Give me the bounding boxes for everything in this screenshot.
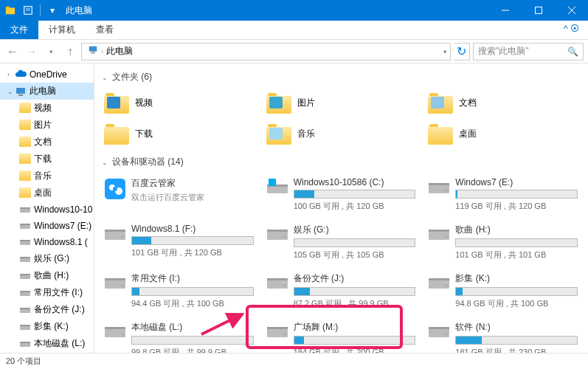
sidebar-item[interactable]: ⌄此电脑 [0, 83, 94, 100]
drive-icon [267, 274, 288, 290]
folder-icon [104, 92, 129, 114]
drive-item[interactable]: 软件 (N:)181 GB 可用 , 共 230 GB [426, 318, 581, 353]
tree-label: 图片 [34, 119, 52, 131]
folder-name: 下载 [135, 128, 153, 140]
navigation-sidebar[interactable]: ›OneDrive⌄此电脑视频图片文档下载音乐桌面Windows10-10Win… [0, 63, 94, 353]
search-placeholder: 搜索"此电脑" [478, 45, 529, 58]
drive-usage-bar [294, 287, 416, 296]
svg-rect-43 [269, 179, 276, 186]
ribbon-help-icon[interactable]: ^ ⦿ [555, 21, 588, 39]
folder-name: 视频 [135, 97, 153, 109]
folder-item[interactable]: 视频 [102, 89, 257, 116]
addressbar-dropdown-icon[interactable]: ▾ [443, 48, 447, 55]
sidebar-item[interactable]: Windows8.1 ( [0, 234, 94, 250]
folder-item[interactable]: 桌面 [426, 120, 581, 147]
sidebar-item[interactable]: 影集 (K:) [0, 318, 94, 335]
svg-rect-10 [91, 52, 94, 54]
pc-icon [88, 45, 98, 58]
folder-item[interactable]: 音乐 [264, 120, 419, 147]
address-bar: ← → ▾ ↑ › 此电脑 ▾ ↻ 搜索"此电脑" 🔍 [0, 40, 588, 63]
svg-point-70 [284, 334, 286, 335]
folders-section-header[interactable]: ⌄ 文件夹 (6) [102, 71, 581, 83]
sidebar-item[interactable]: 常用文件 (I:) [0, 284, 94, 301]
drive-item[interactable]: Windows10-10586 (C:)100 GB 可用 , 共 120 GB [264, 174, 419, 215]
drive-usage-bar [131, 236, 254, 245]
properties-icon[interactable] [22, 4, 34, 16]
content-pane[interactable]: ⌄ 文件夹 (6) 视频图片文档下载音乐桌面 ⌄ 设备和驱动器 (14) 百度云… [94, 63, 588, 353]
sidebar-item[interactable]: 娱乐 (G:) [0, 250, 94, 267]
chevron-down-icon: ⌄ [102, 74, 108, 81]
drive-info: 99.8 GB 可用 , 共 99.9 GB [131, 347, 254, 353]
drive-item[interactable]: Windows8.1 (F:)101 GB 可用 , 共 120 GB [102, 221, 257, 263]
drive-item[interactable]: 娱乐 (G:)105 GB 可用 , 共 105 GB [264, 221, 419, 263]
refresh-button[interactable]: ↻ [454, 43, 470, 61]
svg-rect-30 [20, 342, 30, 343]
search-input[interactable]: 搜索"此电脑" 🔍 [473, 43, 584, 61]
sidebar-item[interactable]: 下载 [0, 151, 94, 168]
qat-dropdown-icon[interactable]: ▾ [46, 4, 58, 16]
titlebar: ▾ 此电脑 [0, 0, 588, 21]
drive-item[interactable]: 百度云管家双击运行百度云管家 [102, 174, 257, 215]
tree-label: Windows8.1 ( [34, 237, 88, 247]
close-button[interactable] [555, 0, 588, 21]
sidebar-item[interactable]: 本地磁盘 (L:) [0, 335, 94, 352]
crumb[interactable]: 此电脑 [103, 45, 136, 58]
drive-icon [19, 220, 31, 232]
breadcrumb-bar[interactable]: › 此电脑 ▾ [81, 43, 451, 61]
sidebar-item[interactable]: 音乐 [0, 168, 94, 184]
drive-item[interactable]: 歌曲 (H:)101 GB 可用 , 共 101 GB [426, 221, 581, 263]
sidebar-item[interactable]: 桌面 [0, 184, 94, 201]
nav-up-button[interactable]: ↑ [62, 44, 78, 60]
tree-label: 娱乐 (G:) [34, 252, 69, 265]
drive-icon [19, 204, 31, 215]
drive-info: 105 GB 可用 , 共 105 GB [294, 249, 416, 261]
svg-rect-28 [20, 325, 30, 326]
sidebar-item[interactable]: ›OneDrive [0, 66, 94, 83]
folder-name: 图片 [297, 97, 315, 109]
sidebar-item[interactable]: Windows7 (E:) [0, 218, 94, 234]
svg-rect-69 [267, 327, 288, 329]
folder-icon [19, 154, 31, 165]
svg-point-40 [113, 187, 117, 191]
drive-usage-bar [294, 238, 416, 247]
drive-icon [105, 179, 125, 195]
sidebar-item[interactable]: 备份文件 (J:) [0, 301, 94, 318]
minimize-button[interactable] [488, 0, 522, 21]
sidebar-item[interactable]: 视频 [0, 100, 94, 117]
drive-name: Windows10-10586 (C:) [294, 177, 416, 187]
folder-item[interactable]: 下载 [102, 120, 257, 147]
svg-point-64 [446, 285, 447, 286]
drive-name: 常用文件 (I:) [131, 272, 254, 285]
sidebar-item[interactable]: Windows10-10 [0, 201, 94, 218]
nav-back-button[interactable]: ← [4, 44, 21, 60]
folder-item[interactable]: 文档 [426, 89, 581, 116]
drive-item[interactable]: 常用文件 (I:)94.4 GB 可用 , 共 100 GB [102, 269, 257, 312]
drive-item[interactable]: 备份文件 (J:)87.2 GB 可用 , 共 99.9 GB [264, 269, 419, 312]
drive-subtitle: 双击运行百度云管家 [131, 192, 254, 203]
sidebar-item[interactable]: 广场舞 (M:) [0, 352, 94, 353]
sidebar-item[interactable]: 歌曲 (H:) [0, 267, 94, 284]
drives-section-header[interactable]: ⌄ 设备和驱动器 (14) [102, 156, 581, 168]
folder-icon [428, 92, 453, 114]
nav-history-dropdown[interactable]: ▾ [43, 44, 59, 60]
sidebar-item[interactable]: 图片 [0, 117, 94, 134]
drive-icon [105, 274, 125, 290]
ribbon-tab[interactable]: 文件 [0, 21, 38, 39]
folder-item[interactable]: 图片 [264, 89, 419, 116]
drive-info: 181 GB 可用 , 共 230 GB [455, 347, 578, 353]
drive-usage-bar [455, 336, 578, 345]
status-bar: 20 个项目 [0, 353, 588, 369]
drive-item[interactable]: 影集 (K:)94.8 GB 可用 , 共 100 GB [426, 269, 581, 312]
nav-forward-button[interactable]: → [24, 44, 40, 60]
sidebar-item[interactable]: 文档 [0, 134, 94, 151]
drive-item[interactable]: Windows7 (E:)119 GB 可用 , 共 120 GB [426, 174, 581, 215]
drive-usage-bar [131, 336, 254, 345]
svg-rect-72 [429, 327, 449, 329]
maximize-button[interactable] [522, 0, 555, 21]
drive-item[interactable]: 广场舞 (M:)184 GB 可用 , 共 200 GB [264, 318, 419, 353]
ribbon-tab[interactable]: 查看 [86, 21, 124, 39]
folder-name: 桌面 [459, 128, 477, 140]
drive-name: Windows7 (E:) [455, 177, 578, 187]
drive-item[interactable]: 本地磁盘 (L:)99.8 GB 可用 , 共 99.9 GB [102, 318, 257, 353]
ribbon-tab[interactable]: 计算机 [38, 21, 86, 39]
